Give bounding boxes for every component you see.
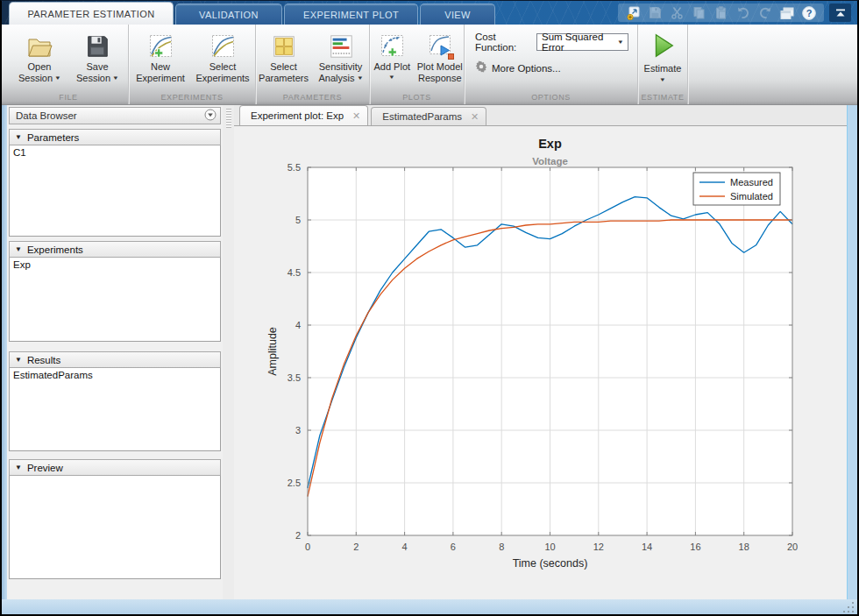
ribbon-section-file: Open Session▼ Save Session▼ FILE (9, 25, 129, 104)
x-axis-label: Time (seconds) (513, 557, 588, 570)
section-label-estimate: ESTIMATE (638, 91, 687, 104)
minimize-ribbon-button[interactable] (829, 4, 851, 22)
tab-parameter-estimation[interactable]: PARAMETER ESTIMATION (9, 2, 174, 25)
select-parameters-icon (271, 32, 297, 61)
save-session-button[interactable]: Save Session▼ (69, 29, 125, 85)
new-experiment-label-line2: Experiment (136, 73, 185, 84)
section-label: Experiments (27, 244, 83, 255)
section-header-experiments[interactable]: ▼Experiments (9, 241, 221, 258)
data-browser-title: Data Browser (16, 110, 77, 121)
section-label-file: FILE (9, 91, 128, 104)
floppy-save-icon (84, 32, 110, 61)
data-browser-header: Data Browser (9, 107, 221, 124)
tab-label: VIEW (444, 10, 471, 20)
data-browser-menu-button[interactable] (204, 109, 217, 123)
collapse-triangle-icon: ▼ (15, 245, 22, 253)
dropdown-arrow-icon: ▼ (54, 73, 61, 84)
open-session-button[interactable]: Open Session▼ (11, 29, 67, 85)
new-experiment-label-line1: New (151, 61, 170, 73)
dropdown-arrow-icon: ▼ (357, 73, 364, 84)
main-area: Data Browser ▼Parameters C1 ▼Experiments… (2, 105, 857, 599)
xtick-label: 6 (451, 542, 456, 552)
tab-validation[interactable]: VALIDATION (175, 4, 282, 25)
xtick-label: 16 (690, 542, 700, 552)
document-area: Experiment plot: Exp ✕ EstimatedParams ✕… (234, 105, 847, 599)
ribbon: Open Session▼ Save Session▼ FILE New Exp… (2, 25, 857, 105)
ribbon-section-estimate: Estimate ▼ ESTIMATE (638, 25, 688, 104)
redo-icon (756, 5, 773, 20)
xtick-label: 18 (739, 542, 749, 552)
chart-subtitle: Voltage (532, 156, 568, 166)
tab-label: PARAMETER ESTIMATION (27, 9, 154, 19)
section-label: Results (27, 355, 60, 365)
more-options-button[interactable]: More Options... (475, 60, 628, 76)
estimate-button[interactable]: Estimate ▼ (638, 29, 687, 82)
section-label: Preview (27, 463, 63, 473)
list-item-experiment[interactable]: Exp (10, 258, 220, 272)
ytick-label: 4 (295, 320, 301, 330)
xtick-label: 4 (402, 542, 408, 552)
data-browser-panel: Data Browser ▼Parameters C1 ▼Experiments… (7, 105, 223, 599)
xtick-label: 14 (642, 542, 652, 552)
section-label-plots: PLOTS (370, 91, 464, 104)
tab-label: EXPERIMENT PLOT (303, 10, 399, 20)
add-plot-button[interactable]: Add Plot ▼ (370, 29, 415, 81)
panel-splitter[interactable] (223, 105, 234, 599)
list-item-result[interactable]: EstimatedParams (10, 368, 220, 382)
doc-tab-experiment-plot[interactable]: Experiment plot: Exp ✕ (239, 105, 368, 125)
close-icon[interactable]: ✕ (352, 111, 360, 120)
dropdown-arrow-icon: ▼ (112, 73, 119, 84)
select-parameters-button[interactable]: Select Parameters (257, 29, 311, 85)
ytick-label: 5.5 (288, 162, 301, 173)
save-session-label-line2: Session (76, 73, 110, 84)
help-icon[interactable]: ? (800, 5, 817, 20)
sensitivity-analysis-button[interactable]: Sensitivity Analysis▼ (313, 29, 369, 85)
parameters-list: C1 (9, 145, 221, 237)
window-layout-icon[interactable] (778, 5, 795, 20)
open-session-label-line2: Session (18, 73, 53, 84)
plot-model-response-button[interactable]: Plot Model Response (416, 29, 464, 85)
doc-tab-estimatedparams[interactable]: EstimatedParams ✕ (371, 107, 486, 125)
results-list: EstimatedParams (9, 368, 221, 451)
splitter-grip-icon (226, 109, 231, 128)
tab-view[interactable]: VIEW (420, 4, 495, 25)
cost-function-label: Cost Function: (475, 32, 532, 53)
legend-label-measured: Measured (730, 177, 773, 188)
cost-function-select[interactable]: Sum Squared Error ▼ (536, 33, 628, 51)
select-experiments-icon (209, 32, 237, 61)
window-frame-bottom (2, 599, 857, 615)
preview-box (9, 476, 221, 579)
ribbon-filler (688, 25, 857, 104)
collapse-triangle-icon: ▼ (15, 356, 22, 364)
list-item-parameter[interactable]: C1 (10, 145, 220, 159)
new-experiment-button[interactable]: New Experiment (131, 29, 190, 85)
section-header-results[interactable]: ▼Results (9, 351, 221, 368)
collapse-triangle-icon: ▼ (15, 133, 22, 141)
gear-icon (475, 60, 487, 76)
experiment-plot-canvas[interactable]: 0246810121416182022.533.544.555.5ExpVolt… (234, 126, 847, 599)
new-session-icon[interactable] (625, 5, 642, 20)
close-icon[interactable]: ✕ (471, 112, 479, 121)
ytick-label: 3.5 (288, 372, 301, 383)
ytick-label: 3 (295, 425, 301, 435)
experiments-list: Exp (9, 258, 221, 342)
tab-experiment-plot[interactable]: EXPERIMENT PLOT (284, 4, 418, 25)
legend-label-simulated: Simulated (730, 191, 773, 202)
add-plot-icon (378, 32, 406, 61)
chart-title: Exp (538, 137, 562, 151)
section-header-preview[interactable]: ▼Preview (9, 459, 221, 476)
plot-panel: 0246810121416182022.533.544.555.5ExpVolt… (234, 126, 847, 603)
select-parameters-label-line2: Parameters (259, 73, 309, 84)
doc-tab-label: Experiment plot: Exp (251, 110, 344, 121)
section-label-parameters: PARAMETERS (256, 91, 369, 104)
quick-access-toolbar: ? (618, 4, 824, 22)
ribbon-section-plots: Add Plot ▼ Plot Model Response PLOTS (370, 25, 465, 104)
dropdown-arrow-icon: ▼ (388, 74, 395, 80)
folder-open-icon (25, 32, 53, 61)
collapse-triangle-icon: ▼ (15, 464, 22, 471)
xtick-label: 20 (787, 542, 798, 552)
select-experiments-button[interactable]: Select Experiments (192, 29, 253, 85)
section-label-options: OPTIONS (465, 91, 637, 104)
resize-grip[interactable] (843, 602, 854, 612)
section-header-parameters[interactable]: ▼Parameters (9, 129, 221, 145)
